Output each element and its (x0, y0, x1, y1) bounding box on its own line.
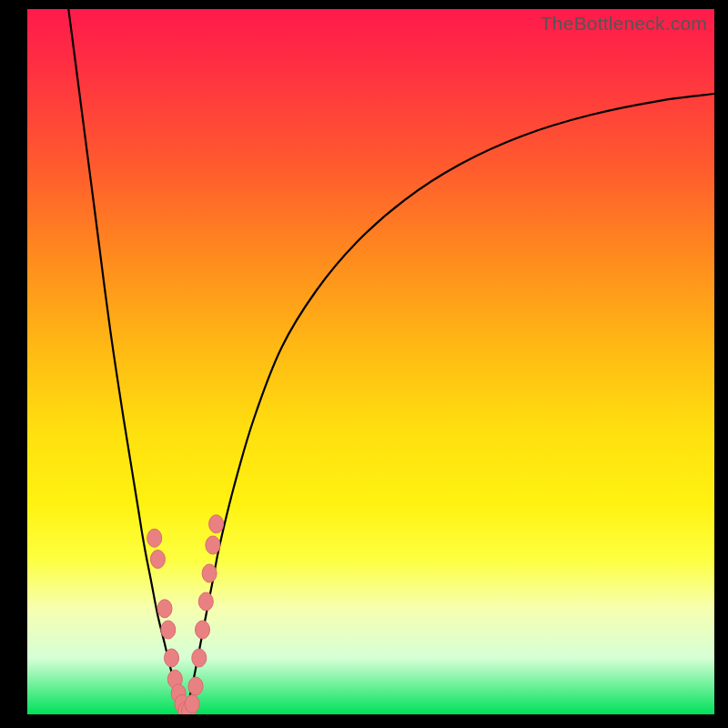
data-marker (150, 551, 165, 569)
data-marker (188, 677, 203, 695)
data-marker (196, 621, 210, 639)
data-marker (206, 536, 220, 554)
data-marker (192, 649, 207, 667)
data-marker (165, 649, 179, 667)
data-marker (198, 592, 213, 611)
data-marker (209, 515, 224, 533)
data-marker (161, 621, 176, 639)
data-marker (185, 694, 199, 713)
data-marker (147, 529, 162, 547)
outer-frame: TheBottleneck.com (0, 0, 728, 728)
data-marker (157, 600, 172, 618)
chart-svg (27, 9, 714, 714)
data-marker (202, 564, 217, 582)
right-branch-line (186, 94, 714, 714)
plot-area: TheBottleneck.com (27, 9, 714, 714)
